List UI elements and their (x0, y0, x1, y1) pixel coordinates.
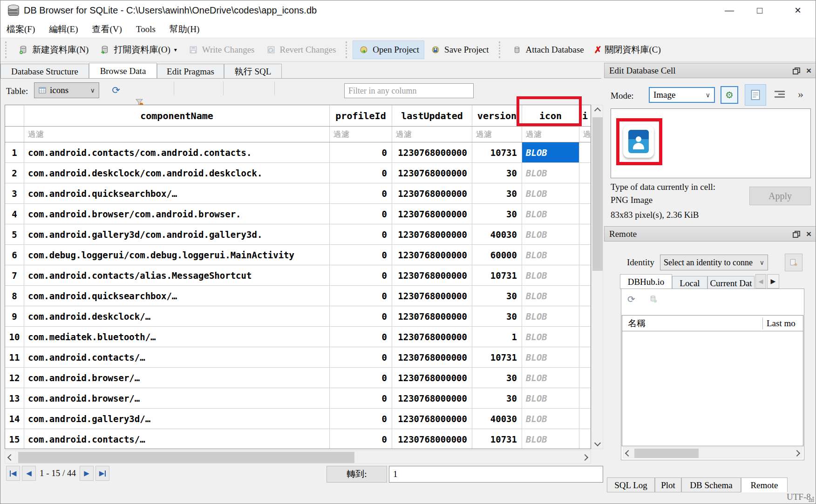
row-number[interactable]: 4 (5, 204, 24, 224)
first-page-button[interactable]: ◀ (6, 466, 20, 481)
goto-record-input[interactable] (389, 466, 603, 483)
scroll-right-icon[interactable] (792, 448, 802, 459)
row-number[interactable]: 5 (5, 224, 24, 244)
close-database-button[interactable]: ✗ 關閉資料庫(C) (589, 40, 666, 59)
cell-componentName[interactable]: com.android.contacts/… (24, 429, 330, 449)
cell-componentName[interactable]: com.android.deskclock/… (24, 306, 330, 326)
cell-version[interactable]: 1 (472, 327, 522, 347)
float-panel-icon[interactable] (793, 67, 799, 74)
cell-icon-blob[interactable]: BLOB (522, 204, 579, 224)
cell-profileId[interactable]: 0 (330, 286, 392, 306)
remote-refresh-icon[interactable]: ⟳ (627, 294, 635, 305)
tab-execute-sql[interactable]: 執行 SQL (224, 64, 282, 78)
filter-lastUpdated[interactable]: 過濾 (392, 127, 472, 142)
filter-profileId[interactable]: 過濾 (330, 127, 392, 142)
new-database-button[interactable]: 新建資料庫(N) (12, 40, 94, 59)
cell-profileId[interactable]: 0 (330, 306, 392, 326)
cell-lastUpdated[interactable]: 1230768000000 (392, 204, 472, 224)
row-number[interactable]: 10 (5, 327, 24, 347)
cell-version[interactable]: 10731 (472, 347, 522, 367)
cell-profileId[interactable]: 0 (330, 224, 392, 244)
remote-name-header[interactable]: 名稱 (622, 317, 763, 329)
row-number[interactable]: 9 (5, 306, 24, 326)
row-number[interactable]: 2 (5, 163, 24, 183)
cell-componentName[interactable]: com.android.browser/com.android.browser. (24, 204, 330, 224)
row-number[interactable]: 6 (5, 245, 24, 265)
cell-partial[interactable] (579, 265, 591, 285)
filter-componentName[interactable]: 過濾 (24, 127, 330, 142)
close-button[interactable]: × (787, 0, 809, 20)
goto-button[interactable]: 轉到: (326, 466, 387, 483)
column-header-lastUpdated[interactable]: lastUpdated (392, 105, 472, 126)
close-panel-icon[interactable]: × (806, 66, 811, 76)
cell-icon-blob[interactable]: BLOB (522, 327, 579, 347)
float-panel-icon[interactable] (793, 231, 799, 237)
grid-vertical-scrollbar[interactable] (591, 105, 603, 449)
cell-version[interactable]: 30 (472, 183, 522, 203)
cell-icon-blob[interactable]: BLOB (522, 142, 579, 162)
cell-componentName[interactable]: com.android.contacts/… (24, 347, 330, 367)
cell-lastUpdated[interactable]: 1230768000000 (392, 347, 472, 367)
tab-current-database[interactable]: Current Dat (707, 276, 755, 289)
row-number[interactable]: 3 (5, 183, 24, 203)
cell-partial[interactable] (579, 163, 591, 183)
text-view-button[interactable] (745, 84, 766, 106)
resize-grip[interactable] (809, 497, 814, 502)
menu-view[interactable]: 查看(V) (86, 21, 128, 38)
cell-partial[interactable] (579, 204, 591, 224)
cell-lastUpdated[interactable]: 1230768000000 (392, 286, 472, 306)
cell-icon-blob[interactable]: BLOB (522, 429, 579, 449)
filter-version[interactable]: 過濾 (472, 127, 522, 142)
cell-version[interactable]: 30 (472, 204, 522, 224)
cell-partial[interactable] (579, 224, 591, 244)
cell-icon-blob[interactable]: BLOB (522, 224, 579, 244)
scroll-down-icon[interactable] (592, 437, 604, 449)
close-panel-icon[interactable]: × (806, 229, 811, 239)
cell-partial[interactable] (579, 368, 591, 388)
open-project-button[interactable]: Open Project (353, 40, 424, 59)
previous-page-button[interactable]: ◀ (22, 466, 36, 481)
filter-partial[interactable]: 過 (579, 127, 591, 142)
tab-db-schema[interactable]: DB Schema (681, 477, 741, 492)
revert-changes-button[interactable]: Revert Changes (260, 40, 341, 59)
scroll-up-icon[interactable] (592, 105, 604, 116)
save-project-button[interactable]: Save Project (424, 40, 494, 59)
column-header-version[interactable]: version (472, 105, 522, 126)
open-database-button[interactable]: 打開資料庫(O) ▾ (94, 40, 182, 59)
cell-componentName[interactable]: com.mediatek.bluetooth/… (24, 327, 330, 347)
cell-partial[interactable] (579, 286, 591, 306)
cell-partial[interactable] (579, 306, 591, 326)
cell-profileId[interactable]: 0 (330, 388, 392, 408)
cell-profileId[interactable]: 0 (330, 347, 392, 367)
cell-partial[interactable] (579, 327, 591, 347)
identity-combo[interactable]: Select an identity to conne ∨ (660, 255, 768, 270)
cell-componentName[interactable]: com.debug.loggerui/com.debug.loggerui.Ma… (24, 245, 330, 265)
cell-componentName[interactable]: com.android.browser/… (24, 368, 330, 388)
cell-version[interactable]: 40030 (472, 224, 522, 244)
cell-icon-blob[interactable]: BLOB (522, 163, 579, 183)
cell-profileId[interactable]: 0 (330, 183, 392, 203)
filter-icon[interactable]: 過濾 (522, 127, 579, 142)
cell-profileId[interactable]: 0 (330, 429, 392, 449)
tab-edit-pragmas[interactable]: Edit Pragmas (157, 64, 224, 78)
cell-version[interactable]: 30 (472, 306, 522, 326)
table-selector-combo[interactable]: icons ∨ (34, 82, 99, 98)
row-number[interactable]: 15 (5, 429, 24, 449)
tab-dbhub[interactable]: DBHub.io (620, 274, 672, 289)
clone-database-icon[interactable] (649, 295, 657, 305)
cell-componentName[interactable]: com.android.contacts/com.android.contact… (24, 142, 330, 162)
minimize-button[interactable]: — (719, 0, 740, 20)
encoding-status[interactable]: UTF-8 (787, 492, 811, 502)
cell-componentName[interactable]: com.android.gallery3d/… (24, 409, 330, 429)
cell-icon-blob[interactable]: BLOB (522, 306, 579, 326)
cell-lastUpdated[interactable]: 1230768000000 (392, 388, 472, 408)
cell-partial[interactable] (579, 142, 591, 162)
tab-scroll-right-icon[interactable]: ▶ (767, 274, 779, 289)
cell-profileId[interactable]: 0 (330, 409, 392, 429)
more-tools-icon[interactable]: » (798, 88, 803, 101)
row-number[interactable]: 13 (5, 388, 24, 408)
cell-partial[interactable] (579, 388, 591, 408)
row-number[interactable]: 12 (5, 368, 24, 388)
cell-lastUpdated[interactable]: 1230768000000 (392, 142, 472, 162)
cell-version[interactable]: 30 (472, 286, 522, 306)
